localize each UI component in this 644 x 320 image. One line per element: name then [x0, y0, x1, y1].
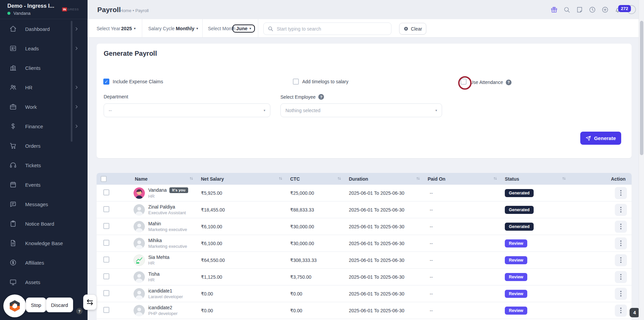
- duration-cell: 2025-06-01 To 2025-06-30: [345, 274, 424, 280]
- column-header-ctc[interactable]: CTC: [286, 173, 345, 185]
- row-actions-menu-button[interactable]: [615, 187, 627, 199]
- row-checkbox[interactable]: [103, 189, 109, 195]
- brand-logo-in: IN: [62, 7, 67, 11]
- row-checkbox[interactable]: [103, 257, 109, 263]
- scrollbar-thumb[interactable]: [640, 21, 643, 155]
- table-header-row: NameNet SalaryCTCDurationPaid OnStatusAc…: [97, 173, 632, 185]
- row-actions-menu-button[interactable]: [615, 288, 627, 300]
- column-header-status[interactable]: Status: [501, 173, 570, 185]
- row-actions-menu-button[interactable]: [615, 305, 627, 317]
- employee-select[interactable]: Nothing selected ▾: [280, 103, 442, 117]
- sidebar-item-messages[interactable]: Messages: [0, 194, 88, 214]
- status-badge: Generated: [505, 206, 534, 214]
- clear-label: Clear: [411, 26, 422, 32]
- sidebar-item-knowledge-base[interactable]: Knowledge Base: [0, 233, 88, 253]
- employee-name: Tisha: [148, 271, 160, 277]
- employee-role: Executive Assistant: [148, 210, 186, 215]
- search-input[interactable]: [277, 26, 387, 32]
- sidebar-item-events[interactable]: Events: [0, 175, 88, 194]
- sidebar-item-tickets[interactable]: Tickets: [0, 155, 88, 175]
- current-user-name: Vandana: [13, 11, 31, 16]
- employee-cell[interactable]: MihikaMarketing executive: [113, 238, 197, 249]
- clock-icon[interactable]: [589, 6, 596, 13]
- clients-icon: [9, 64, 17, 72]
- avatar: [133, 204, 145, 216]
- employee-info: icandidate1Laravel developer: [148, 288, 183, 299]
- status-badge: Review: [505, 307, 527, 315]
- duration-cell: 2025-06-01 To 2025-06-30: [345, 258, 424, 263]
- help-icon[interactable]: ?: [506, 80, 512, 85]
- sort-icon: [493, 176, 497, 181]
- stop-button[interactable]: Stop: [26, 298, 46, 312]
- row-checkbox[interactable]: [103, 240, 109, 246]
- row-checkbox[interactable]: [103, 273, 109, 279]
- month-dropdown[interactable]: June▾: [232, 19, 255, 38]
- salary-cycle-dropdown[interactable]: Monthly▾: [176, 19, 198, 38]
- help-icon[interactable]: ?: [318, 94, 324, 100]
- column-label: Status: [505, 176, 519, 182]
- search-icon[interactable]: [563, 6, 571, 13]
- table-row: VandanaIt's youHR₹5,925.00₹25,000.002025…: [97, 185, 632, 201]
- column-header-net-salary[interactable]: Net Salary: [197, 173, 286, 185]
- employee-cell[interactable]: Sia MehtaHR: [113, 255, 197, 266]
- add-timelogs-option: Add timelogs to salary: [293, 79, 348, 85]
- use-attendance-option: Use Attendance ?: [461, 79, 512, 86]
- column-header-duration[interactable]: Duration: [345, 173, 424, 185]
- sort-icon: [189, 176, 194, 181]
- department-select[interactable]: -- ▾: [104, 103, 270, 117]
- discard-button[interactable]: Discard: [46, 298, 73, 312]
- clear-filter-button[interactable]: Clear: [399, 23, 426, 35]
- help-bubble[interactable]: ?: [76, 308, 83, 314]
- employee-cell[interactable]: VandanaIt's youHR: [113, 187, 197, 199]
- year-dropdown[interactable]: 2025▾: [121, 19, 136, 38]
- sidebar-item-dashboard[interactable]: Dashboard: [0, 19, 88, 39]
- select-all-checkbox[interactable]: [101, 176, 107, 182]
- employee-info: TishaHR: [148, 271, 160, 282]
- row-actions-menu-button[interactable]: [615, 271, 627, 283]
- employee-cell[interactable]: MahinMarketing executive: [113, 221, 197, 232]
- sidebar-item-notice-board[interactable]: Notice Board: [0, 214, 88, 233]
- employee-role: HR: [148, 261, 169, 266]
- row-actions-menu-button[interactable]: [615, 237, 627, 249]
- column-header-paid-on[interactable]: Paid On: [424, 173, 501, 185]
- duration-cell: 2025-06-01 To 2025-06-30: [345, 308, 424, 313]
- include-expense-claims-checkbox[interactable]: [103, 79, 109, 85]
- sidebar-scrollbar-thumb[interactable]: [71, 21, 72, 142]
- row-actions-menu-button[interactable]: [615, 221, 627, 233]
- column-label: Action: [611, 176, 626, 182]
- plus-circle-icon[interactable]: [601, 6, 609, 13]
- recorder-logo[interactable]: [3, 294, 26, 317]
- search-box: [263, 22, 391, 35]
- table-row: MihikaMarketing executive₹6,100.00₹30,00…: [97, 235, 632, 252]
- row-actions-menu-button[interactable]: [615, 254, 627, 266]
- row-checkbox[interactable]: [103, 307, 109, 313]
- employee-cell[interactable]: TishaHR: [113, 271, 197, 283]
- sidebar-item-finance[interactable]: Finance: [0, 117, 88, 136]
- swap-arrows-button[interactable]: [83, 294, 97, 310]
- avatar: [133, 221, 145, 232]
- gift-icon[interactable]: [550, 6, 558, 13]
- row-checkbox[interactable]: [103, 223, 109, 229]
- column-header-name[interactable]: Name: [113, 173, 197, 185]
- chevron-right-icon: [74, 85, 79, 90]
- sidebar-item-clients[interactable]: Clients: [0, 58, 88, 78]
- sidebar-item-leads[interactable]: Leads: [0, 39, 88, 58]
- sort-icon: [416, 176, 420, 181]
- employee-cell[interactable]: Zinal PaldiyaExecutive Assistant: [113, 204, 197, 216]
- row-actions-menu-button[interactable]: [615, 204, 627, 216]
- note-icon[interactable]: [576, 6, 583, 13]
- employee-cell[interactable]: icandidate2PHP developer: [113, 305, 197, 316]
- row-checkbox[interactable]: [103, 290, 109, 296]
- row-checkbox[interactable]: [103, 206, 109, 212]
- generate-button[interactable]: Generate: [580, 132, 621, 145]
- sidebar-item-hr[interactable]: HR: [0, 78, 88, 97]
- employee-cell[interactable]: icandidate1Laravel developer: [113, 288, 197, 300]
- sidebar-item-orders[interactable]: Orders: [0, 136, 88, 155]
- use-attendance-checkbox[interactable]: [461, 79, 467, 85]
- action-cell: [570, 254, 632, 266]
- sidebar-item-work[interactable]: Work: [0, 97, 88, 117]
- sidebar-item-label: Events: [25, 182, 41, 188]
- sidebar-item-assets[interactable]: Assets: [0, 272, 88, 292]
- add-timelogs-checkbox[interactable]: [293, 79, 299, 85]
- sidebar-item-affiliates[interactable]: Affiliates: [0, 253, 88, 272]
